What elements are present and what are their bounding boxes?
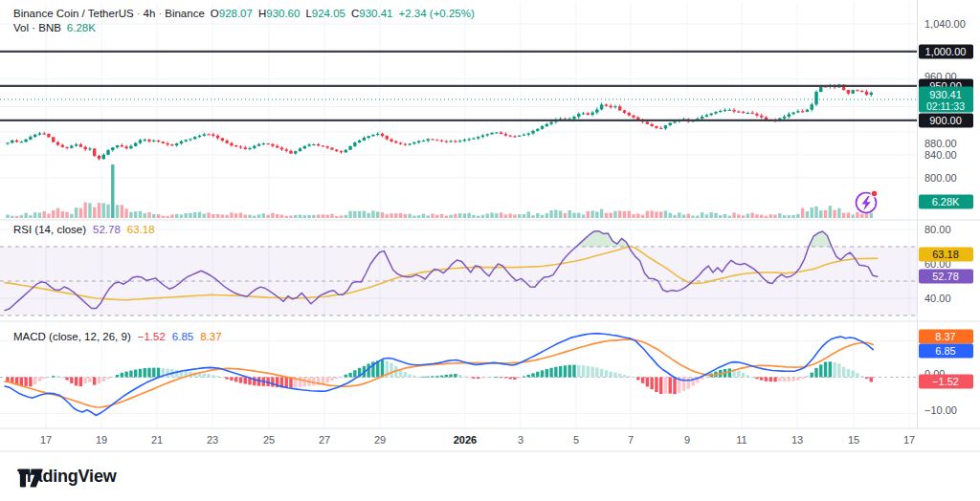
- candle: [98, 156, 100, 159]
- volume-layer: [6, 164, 873, 218]
- volume-bar: [412, 215, 415, 218]
- candle: [646, 121, 649, 123]
- macd-histogram-bar: [755, 378, 758, 380]
- time-axis-label[interactable]: 9: [684, 434, 690, 446]
- volume-bar: [449, 215, 452, 218]
- candle: [705, 115, 708, 117]
- candle: [166, 143, 168, 144]
- volume-bar: [508, 213, 511, 218]
- volume-bar: [778, 213, 781, 218]
- macd-histogram-bar: [508, 378, 511, 380]
- volume-bar: [673, 215, 676, 218]
- volume-bar: [427, 215, 430, 218]
- time-axis-label[interactable]: 3: [518, 434, 523, 446]
- time-axis-label[interactable]: 11: [736, 434, 746, 446]
- high-value: 930.60: [266, 8, 300, 19]
- candle: [673, 121, 676, 122]
- volume-bar: [691, 216, 694, 218]
- macd-histogram-bar: [618, 374, 621, 378]
- tradingview-footer[interactable]: TradingView: [17, 467, 117, 487]
- macd-histogram-bar: [860, 376, 863, 377]
- time-axis-label[interactable]: 25: [263, 434, 275, 446]
- candle: [348, 146, 351, 150]
- candle: [427, 139, 430, 141]
- volume-bar: [348, 211, 351, 218]
- candle: [449, 142, 452, 142]
- time-axis-label[interactable]: 19: [96, 434, 107, 446]
- volume-bar: [52, 210, 55, 218]
- candle: [335, 150, 338, 152]
- chart-canvas[interactable]: 1,040.00960.00880.00840.00800.0080.0060.…: [0, 0, 980, 501]
- candle: [445, 142, 448, 142]
- macd-histogram-bar: [29, 378, 32, 387]
- macd-histogram-bar: [24, 378, 27, 386]
- flash-icon[interactable]: [857, 190, 878, 212]
- volume-bar: [317, 214, 320, 218]
- time-axis-label[interactable]: 29: [374, 434, 386, 446]
- volume-bar: [239, 213, 242, 218]
- macd-histogram-bar: [536, 372, 539, 378]
- high-key: H: [258, 8, 266, 19]
- macd-histogram-bar: [814, 368, 817, 378]
- time-axis-label[interactable]: 5: [573, 434, 579, 446]
- macd-histogram-bar: [791, 378, 794, 381]
- candle: [257, 144, 260, 146]
- volume-bar: [678, 212, 680, 218]
- candle: [819, 87, 822, 92]
- rsi-value: 52.78: [93, 224, 121, 235]
- candle: [198, 136, 201, 137]
- volume-bar: [636, 213, 639, 218]
- volume-bar: [837, 208, 840, 218]
- candle: [340, 151, 343, 152]
- time-axis-label[interactable]: 15: [848, 434, 859, 446]
- candle: [458, 141, 461, 142]
- macd-histogram-bar: [495, 377, 498, 378]
- macd-histogram-bar: [504, 378, 507, 379]
- macd-histogram-bar: [381, 359, 384, 377]
- macd-histogram-bar: [632, 377, 635, 378]
- macd-histogram-bar: [641, 378, 644, 383]
- time-axis-label[interactable]: 23: [207, 434, 218, 446]
- macd-histogram-bar: [605, 370, 608, 377]
- price-lines-layer: [0, 52, 917, 120]
- candle: [353, 142, 356, 146]
- macd-histogram-bar: [33, 378, 36, 384]
- volume-bar: [655, 211, 657, 218]
- time-axis-label[interactable]: 27: [319, 434, 330, 446]
- time-axis-label[interactable]: 17: [40, 434, 52, 446]
- candle: [139, 141, 142, 143]
- volume-bar: [280, 215, 283, 218]
- volume-value: 6.28K: [67, 22, 96, 33]
- time-axis-label[interactable]: 13: [791, 434, 803, 446]
- macd-histogram-bar: [408, 375, 411, 378]
- macd-histogram-bar: [650, 378, 653, 390]
- candle: [632, 116, 635, 118]
- axis-label: 880.00: [924, 138, 957, 149]
- candle: [796, 111, 799, 112]
- macd-histogram-bar: [234, 378, 237, 382]
- candle: [481, 136, 484, 137]
- time-axis-label[interactable]: 2026: [454, 434, 477, 446]
- volume-bar: [486, 213, 489, 218]
- volume-bar: [271, 213, 274, 218]
- volume-bar: [724, 214, 726, 218]
- volume-bar: [124, 208, 127, 218]
- volume-bar: [646, 211, 649, 218]
- time-axis[interactable]: [0, 428, 980, 451]
- candle: [623, 110, 626, 113]
- volume-bar: [742, 215, 745, 218]
- macd-histogram-bar: [582, 365, 585, 377]
- time-axis-label[interactable]: 7: [628, 434, 634, 446]
- time-axis-label[interactable]: 17: [903, 434, 915, 446]
- volume-bar: [737, 214, 740, 218]
- candle: [390, 140, 392, 142]
- candle: [765, 118, 768, 120]
- macd-histogram-bar: [75, 378, 78, 386]
- candle: [221, 138, 224, 141]
- time-axis-label[interactable]: 21: [151, 434, 163, 446]
- volume-bar: [70, 214, 73, 218]
- macd-histogram-bar: [404, 372, 407, 378]
- volume-label: Vol · BNB: [13, 22, 61, 33]
- macd-histogram-bar: [664, 378, 667, 394]
- axis-badge-text: 63.18: [932, 249, 959, 260]
